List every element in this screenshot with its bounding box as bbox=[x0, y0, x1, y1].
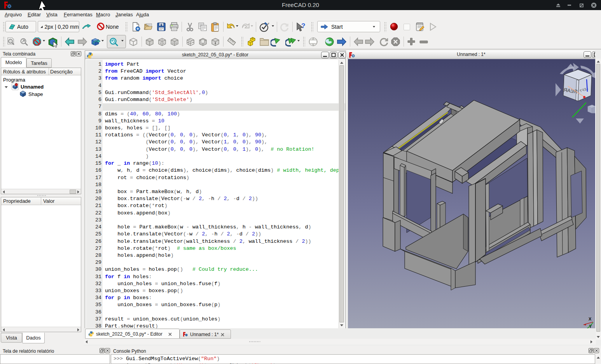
svg-text:X: X bbox=[589, 317, 592, 321]
svg-text:?: ? bbox=[301, 22, 305, 30]
